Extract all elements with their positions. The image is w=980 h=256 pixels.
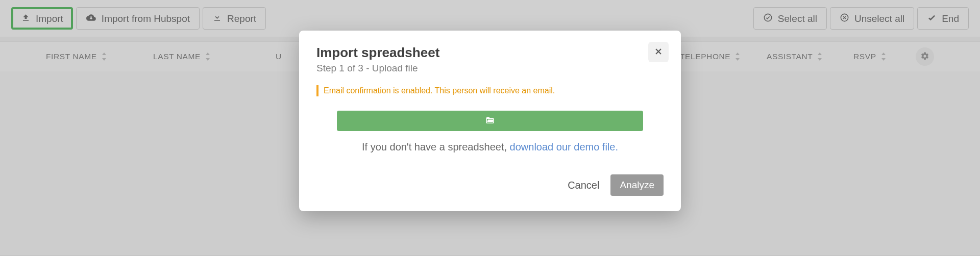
- cancel-button[interactable]: Cancel: [568, 180, 599, 191]
- modal-subtitle: Step 1 of 3 - Upload file: [316, 63, 664, 74]
- folder-open-icon: [484, 116, 496, 126]
- modal-close-button[interactable]: [648, 42, 669, 62]
- import-spreadsheet-modal: Import spreadsheet Step 1 of 3 - Upload …: [299, 31, 681, 211]
- close-icon: [653, 46, 664, 58]
- demo-file-link[interactable]: download our demo file.: [510, 141, 618, 152]
- upload-file-button[interactable]: [337, 111, 643, 131]
- modal-warning: Email confirmation is enabled. This pers…: [316, 85, 664, 96]
- modal-overlay: Import spreadsheet Step 1 of 3 - Upload …: [0, 0, 980, 256]
- analyze-button[interactable]: Analyze: [610, 174, 664, 196]
- modal-title: Import spreadsheet: [316, 45, 664, 61]
- hint-prefix: If you don't have a spreadsheet,: [362, 141, 510, 152]
- modal-actions: Cancel Analyze: [316, 174, 664, 196]
- modal-hint: If you don't have a spreadsheet, downloa…: [316, 141, 664, 153]
